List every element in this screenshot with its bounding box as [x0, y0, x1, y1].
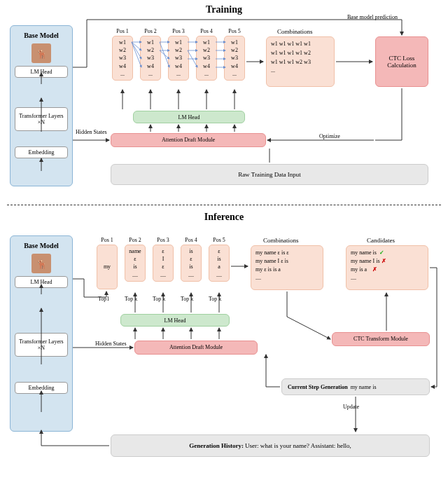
inference-arrows — [0, 0, 448, 480]
svg-line-50 — [287, 317, 330, 339]
